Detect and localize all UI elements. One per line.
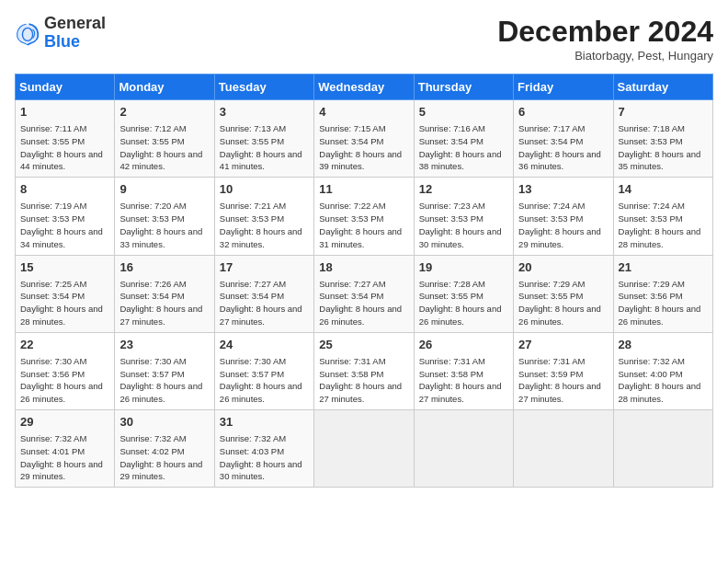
day-info: Sunrise: 7:30 AMSunset: 3:57 PMDaylight:… bbox=[119, 355, 209, 406]
calendar-cell: 22Sunrise: 7:30 AMSunset: 3:56 PMDayligh… bbox=[16, 332, 115, 409]
day-number: 13 bbox=[518, 181, 608, 198]
day-info: Sunrise: 7:18 AMSunset: 3:53 PMDaylight:… bbox=[619, 122, 708, 173]
calendar-cell: 2Sunrise: 7:12 AMSunset: 3:55 PMDaylight… bbox=[115, 100, 214, 178]
calendar-cell: 17Sunrise: 7:27 AMSunset: 3:54 PMDayligh… bbox=[214, 255, 313, 332]
calendar-cell: 27Sunrise: 7:31 AMSunset: 3:59 PMDayligh… bbox=[514, 332, 613, 409]
calendar-cell: 6Sunrise: 7:17 AMSunset: 3:54 PMDaylight… bbox=[514, 100, 613, 178]
day-info: Sunrise: 7:30 AMSunset: 3:56 PMDaylight:… bbox=[20, 355, 109, 406]
day-info: Sunrise: 7:29 AMSunset: 3:56 PMDaylight:… bbox=[619, 278, 708, 328]
calendar-cell: 11Sunrise: 7:22 AMSunset: 3:53 PMDayligh… bbox=[314, 178, 414, 255]
day-info: Sunrise: 7:13 AMSunset: 3:55 PMDaylight:… bbox=[220, 122, 309, 173]
day-info: Sunrise: 7:29 AMSunset: 3:55 PMDaylight:… bbox=[518, 278, 608, 328]
calendar-cell: 4Sunrise: 7:15 AMSunset: 3:54 PMDaylight… bbox=[314, 100, 414, 178]
day-number: 5 bbox=[419, 104, 508, 121]
day-info: Sunrise: 7:31 AMSunset: 3:58 PMDaylight:… bbox=[319, 355, 408, 406]
day-number: 10 bbox=[220, 181, 309, 198]
calendar-week-row: 22Sunrise: 7:30 AMSunset: 3:56 PMDayligh… bbox=[16, 332, 713, 409]
day-number: 21 bbox=[619, 259, 708, 276]
day-info: Sunrise: 7:23 AMSunset: 3:53 PMDaylight:… bbox=[419, 200, 508, 250]
day-number: 17 bbox=[220, 259, 309, 276]
day-number: 23 bbox=[119, 337, 209, 353]
calendar-cell: 7Sunrise: 7:18 AMSunset: 3:53 PMDaylight… bbox=[613, 100, 712, 178]
day-number: 9 bbox=[119, 181, 209, 198]
calendar-cell: 12Sunrise: 7:23 AMSunset: 3:53 PMDayligh… bbox=[414, 178, 513, 255]
day-info: Sunrise: 7:17 AMSunset: 3:54 PMDaylight:… bbox=[518, 122, 608, 173]
day-of-week-wednesday: Wednesday bbox=[314, 75, 414, 100]
day-number: 16 bbox=[119, 259, 209, 276]
day-number: 1 bbox=[20, 104, 109, 121]
day-info: Sunrise: 7:31 AMSunset: 3:59 PMDaylight:… bbox=[518, 355, 608, 406]
day-of-week-friday: Friday bbox=[514, 75, 613, 100]
day-number: 25 bbox=[319, 337, 408, 353]
day-of-week-saturday: Saturday bbox=[613, 75, 712, 100]
day-info: Sunrise: 7:25 AMSunset: 3:54 PMDaylight:… bbox=[20, 278, 109, 328]
calendar-table: SundayMondayTuesdayWednesdayThursdayFrid… bbox=[15, 74, 713, 488]
day-info: Sunrise: 7:22 AMSunset: 3:53 PMDaylight:… bbox=[319, 200, 408, 250]
day-number: 27 bbox=[518, 337, 608, 353]
calendar-cell: 20Sunrise: 7:29 AMSunset: 3:55 PMDayligh… bbox=[514, 255, 613, 332]
day-number: 12 bbox=[419, 181, 508, 198]
calendar-cell: 18Sunrise: 7:27 AMSunset: 3:54 PMDayligh… bbox=[314, 255, 414, 332]
day-number: 28 bbox=[619, 337, 708, 353]
calendar-cell: 29Sunrise: 7:32 AMSunset: 4:01 PMDayligh… bbox=[16, 410, 115, 488]
calendar-week-row: 15Sunrise: 7:25 AMSunset: 3:54 PMDayligh… bbox=[16, 255, 713, 332]
day-number: 30 bbox=[119, 414, 209, 431]
page-header: General Blue December 2024 Biatorbagy, P… bbox=[15, 15, 713, 63]
day-info: Sunrise: 7:27 AMSunset: 3:54 PMDaylight:… bbox=[220, 278, 309, 328]
calendar-week-row: 8Sunrise: 7:19 AMSunset: 3:53 PMDaylight… bbox=[16, 178, 713, 255]
calendar-cell: 31Sunrise: 7:32 AMSunset: 4:03 PMDayligh… bbox=[214, 410, 313, 488]
day-info: Sunrise: 7:31 AMSunset: 3:58 PMDaylight:… bbox=[419, 355, 508, 406]
day-info: Sunrise: 7:19 AMSunset: 3:53 PMDaylight:… bbox=[20, 200, 109, 250]
calendar-cell: 15Sunrise: 7:25 AMSunset: 3:54 PMDayligh… bbox=[16, 255, 115, 332]
day-info: Sunrise: 7:27 AMSunset: 3:54 PMDaylight:… bbox=[319, 278, 408, 328]
day-of-week-tuesday: Tuesday bbox=[214, 75, 313, 100]
day-number: 18 bbox=[319, 259, 408, 276]
day-info: Sunrise: 7:32 AMSunset: 4:01 PMDaylight:… bbox=[20, 432, 109, 483]
calendar-cell: 3Sunrise: 7:13 AMSunset: 3:55 PMDaylight… bbox=[214, 100, 313, 178]
day-info: Sunrise: 7:16 AMSunset: 3:54 PMDaylight:… bbox=[419, 122, 508, 173]
day-info: Sunrise: 7:12 AMSunset: 3:55 PMDaylight:… bbox=[119, 122, 209, 173]
day-number: 7 bbox=[619, 104, 708, 121]
calendar-header-row: SundayMondayTuesdayWednesdayThursdayFrid… bbox=[16, 75, 713, 100]
day-number: 3 bbox=[220, 104, 309, 121]
calendar-week-row: 29Sunrise: 7:32 AMSunset: 4:01 PMDayligh… bbox=[16, 410, 713, 488]
calendar-cell: 14Sunrise: 7:24 AMSunset: 3:53 PMDayligh… bbox=[613, 178, 712, 255]
day-number: 22 bbox=[20, 337, 109, 353]
day-number: 6 bbox=[518, 104, 608, 121]
calendar-cell: 25Sunrise: 7:31 AMSunset: 3:58 PMDayligh… bbox=[314, 332, 414, 409]
logo-icon bbox=[15, 20, 40, 46]
calendar-cell: 9Sunrise: 7:20 AMSunset: 3:53 PMDaylight… bbox=[115, 178, 214, 255]
day-number: 2 bbox=[119, 104, 209, 121]
day-of-week-thursday: Thursday bbox=[414, 75, 513, 100]
day-number: 11 bbox=[319, 181, 408, 198]
calendar-cell: 16Sunrise: 7:26 AMSunset: 3:54 PMDayligh… bbox=[115, 255, 214, 332]
calendar-cell: 21Sunrise: 7:29 AMSunset: 3:56 PMDayligh… bbox=[613, 255, 712, 332]
day-of-week-monday: Monday bbox=[115, 75, 214, 100]
calendar-cell bbox=[414, 410, 513, 488]
calendar-cell bbox=[314, 410, 414, 488]
day-info: Sunrise: 7:11 AMSunset: 3:55 PMDaylight:… bbox=[20, 122, 109, 173]
calendar-cell: 19Sunrise: 7:28 AMSunset: 3:55 PMDayligh… bbox=[414, 255, 513, 332]
day-number: 14 bbox=[619, 181, 708, 198]
day-number: 8 bbox=[20, 181, 109, 198]
day-number: 31 bbox=[220, 414, 309, 431]
day-number: 20 bbox=[518, 259, 608, 276]
logo-text: General Blue bbox=[44, 15, 106, 52]
calendar-cell: 8Sunrise: 7:19 AMSunset: 3:53 PMDaylight… bbox=[16, 178, 115, 255]
calendar-subtitle: Biatorbagy, Pest, Hungary bbox=[497, 49, 713, 63]
day-info: Sunrise: 7:20 AMSunset: 3:53 PMDaylight:… bbox=[119, 200, 209, 250]
day-info: Sunrise: 7:21 AMSunset: 3:53 PMDaylight:… bbox=[220, 200, 309, 250]
day-info: Sunrise: 7:26 AMSunset: 3:54 PMDaylight:… bbox=[119, 278, 209, 328]
calendar-title: December 2024 bbox=[497, 15, 713, 49]
day-info: Sunrise: 7:32 AMSunset: 4:02 PMDaylight:… bbox=[119, 432, 209, 483]
calendar-cell: 1Sunrise: 7:11 AMSunset: 3:55 PMDaylight… bbox=[16, 100, 115, 178]
calendar-cell bbox=[613, 410, 712, 488]
title-section: December 2024 Biatorbagy, Pest, Hungary bbox=[497, 15, 713, 63]
day-info: Sunrise: 7:24 AMSunset: 3:53 PMDaylight:… bbox=[619, 200, 708, 250]
logo: General Blue bbox=[15, 15, 106, 52]
day-info: Sunrise: 7:30 AMSunset: 3:57 PMDaylight:… bbox=[220, 355, 309, 406]
day-number: 29 bbox=[20, 414, 109, 431]
calendar-cell: 23Sunrise: 7:30 AMSunset: 3:57 PMDayligh… bbox=[115, 332, 214, 409]
day-info: Sunrise: 7:15 AMSunset: 3:54 PMDaylight:… bbox=[319, 122, 408, 173]
day-of-week-sunday: Sunday bbox=[16, 75, 115, 100]
